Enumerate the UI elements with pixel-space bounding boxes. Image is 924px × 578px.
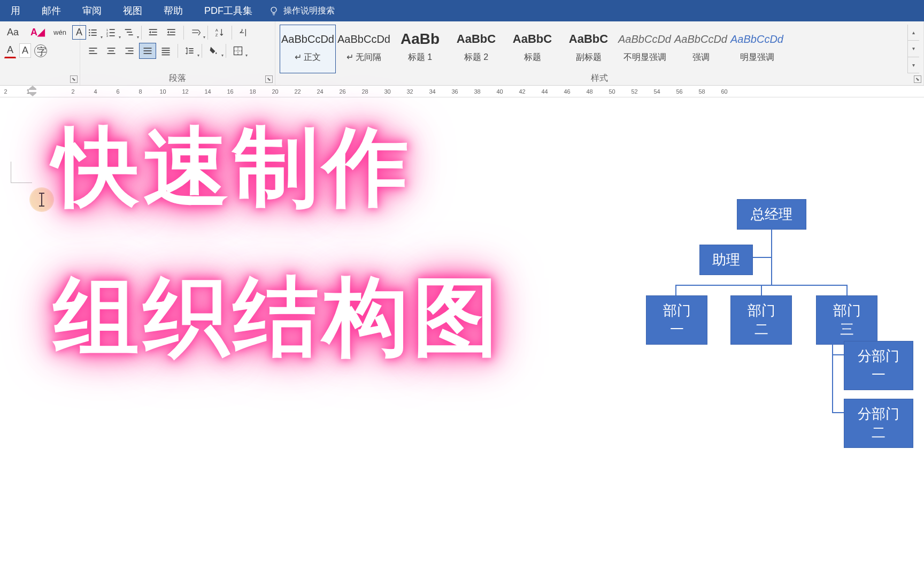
asian-layout-button[interactable] xyxy=(187,25,204,41)
svg-rect-16 xyxy=(149,29,157,30)
tab-pdf-tools[interactable]: PDF工具集 xyxy=(194,0,263,21)
svg-rect-27 xyxy=(107,48,116,49)
svg-rect-13 xyxy=(125,29,132,30)
tab-mail[interactable]: 邮件 xyxy=(31,0,72,21)
align-right-button[interactable] xyxy=(121,43,138,59)
separator xyxy=(207,26,208,40)
org-node-assistant[interactable]: 助理 xyxy=(699,245,753,275)
line-spacing-button[interactable] xyxy=(181,43,198,59)
svg-rect-4 xyxy=(91,32,97,33)
style-subtitle[interactable]: AaBbC 副标题 xyxy=(560,25,617,73)
svg-point-1 xyxy=(89,29,90,31)
paragraph-group-expand[interactable]: ⬊ xyxy=(265,75,273,83)
tell-me-search[interactable]: 操作说明搜索 xyxy=(268,5,335,17)
svg-rect-30 xyxy=(126,48,134,49)
style-subtle-emphasis[interactable]: AaBbCcDd 不明显强调 xyxy=(617,25,673,73)
overlay-title-line1: 快速制作 xyxy=(53,124,413,210)
tab-review[interactable]: 审阅 xyxy=(72,0,112,21)
svg-rect-12 xyxy=(110,35,115,36)
style-scroll-up[interactable]: ▴ xyxy=(908,25,919,41)
horizontal-ruler[interactable]: 2124681012141618202224262830323436384042… xyxy=(0,86,924,97)
style-scroll-down[interactable]: ▾ xyxy=(908,41,919,57)
svg-rect-38 xyxy=(162,52,170,54)
font-group-expand[interactable]: ⬊ xyxy=(70,75,78,83)
multilevel-list-button[interactable] xyxy=(121,25,138,41)
org-node-ceo[interactable]: 总经理 xyxy=(737,199,806,230)
svg-rect-37 xyxy=(162,50,170,51)
phonetic-guide-button[interactable]: wén xyxy=(51,27,69,38)
org-node-dept1[interactable]: 部门一 xyxy=(646,295,707,345)
tab-use[interactable]: 用 xyxy=(0,0,31,21)
paragraph-label: 段落 xyxy=(80,73,275,84)
style-expand[interactable]: ▾ xyxy=(908,57,919,73)
text-cursor-icon xyxy=(41,193,42,207)
svg-rect-35 xyxy=(144,53,152,54)
org-connector xyxy=(846,285,848,295)
org-connector xyxy=(832,354,844,355)
borders-button[interactable] xyxy=(229,43,247,59)
change-case-button[interactable]: Aa xyxy=(4,25,21,40)
style-no-spacing[interactable]: AaBbCcDd ↵ 无间隔 xyxy=(336,25,392,73)
svg-rect-43 xyxy=(189,52,193,54)
svg-rect-17 xyxy=(152,32,157,33)
align-distribute-button[interactable] xyxy=(157,43,174,59)
svg-rect-10 xyxy=(110,32,115,33)
sort-button[interactable]: AZ xyxy=(211,25,228,41)
shading-button[interactable] xyxy=(205,43,222,59)
highlight-button[interactable]: A xyxy=(19,43,31,58)
paragraph-group: 123 AZ 段落 ⬊ xyxy=(80,21,275,85)
svg-text:Z: Z xyxy=(215,33,218,37)
separator xyxy=(183,26,184,40)
increase-indent-button[interactable] xyxy=(163,25,180,41)
style-normal[interactable]: AaBbCcDd ↵ 正文 xyxy=(280,25,336,73)
decrease-indent-button[interactable] xyxy=(145,25,162,41)
align-left-button[interactable] xyxy=(84,43,102,59)
show-marks-button[interactable] xyxy=(235,25,252,41)
font-group: Aa A◢ wén A A A 字 ⬊ xyxy=(0,21,80,85)
org-connector xyxy=(753,257,772,258)
org-node-dept2[interactable]: 部门二 xyxy=(730,295,792,345)
indent-marker-icon[interactable] xyxy=(29,86,36,96)
enclosed-char-button[interactable]: 字 xyxy=(34,44,47,57)
tab-help[interactable]: 帮助 xyxy=(153,0,194,21)
svg-text:3: 3 xyxy=(106,34,108,37)
svg-rect-2 xyxy=(91,29,97,31)
align-justify-button[interactable] xyxy=(139,43,156,59)
document-canvas[interactable]: ↵ 快速制作 组织结构图 总经理 助理 部门一 部门二 部门三 分部门一 分部门… xyxy=(0,97,924,578)
svg-rect-21 xyxy=(167,34,175,35)
org-node-dept3[interactable]: 部门三 xyxy=(816,295,877,345)
font-color-button[interactable]: A xyxy=(4,43,16,58)
numbering-button[interactable]: 123 xyxy=(103,25,120,41)
cursor-highlight xyxy=(29,187,54,212)
search-placeholder: 操作说明搜索 xyxy=(283,5,335,17)
svg-rect-39 xyxy=(162,55,170,56)
svg-rect-41 xyxy=(189,48,193,49)
svg-rect-6 xyxy=(91,35,97,36)
svg-rect-33 xyxy=(144,48,152,49)
svg-rect-40 xyxy=(187,49,187,53)
org-chart[interactable]: 总经理 助理 部门一 部门二 部门三 分部门一 分部门二 xyxy=(646,199,892,424)
style-emphasis[interactable]: AaBbCcDd 强调 xyxy=(673,25,729,73)
org-node-sub2[interactable]: 分部门二 xyxy=(844,399,913,448)
style-heading1[interactable]: AaBb 标题 1 xyxy=(392,25,448,73)
bullets-button[interactable] xyxy=(84,25,102,41)
svg-rect-8 xyxy=(110,29,115,30)
svg-rect-24 xyxy=(89,48,97,49)
svg-rect-20 xyxy=(170,32,175,33)
tab-view[interactable]: 视图 xyxy=(112,0,153,21)
svg-rect-32 xyxy=(126,53,134,54)
org-node-sub1[interactable]: 分部门一 xyxy=(844,341,913,390)
svg-rect-14 xyxy=(127,32,132,33)
margin-corner-icon xyxy=(11,162,32,183)
style-intense-emphasis[interactable]: AaBbCcDd 明显强调 xyxy=(729,25,785,73)
separator xyxy=(178,44,178,58)
styles-label: 样式 xyxy=(275,73,923,84)
styles-group-expand[interactable]: ⬊ xyxy=(914,75,921,83)
separator xyxy=(202,44,202,58)
svg-rect-28 xyxy=(109,50,114,51)
style-title[interactable]: AaBbC 标题 xyxy=(504,25,560,73)
style-heading2[interactable]: AaBbC 标题 2 xyxy=(448,25,504,73)
align-center-button[interactable] xyxy=(103,43,120,59)
clear-format-button[interactable]: A◢ xyxy=(28,25,48,40)
svg-rect-15 xyxy=(128,34,133,35)
